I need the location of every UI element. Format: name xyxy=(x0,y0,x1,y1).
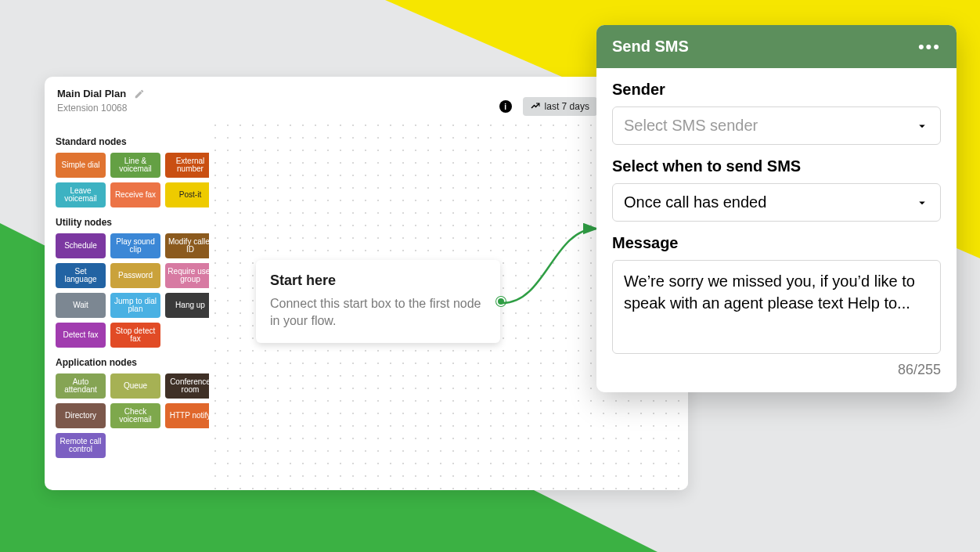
node-stop-detect-fax[interactable]: Stop detect fax xyxy=(110,323,160,348)
node-receive-fax[interactable]: Receive fax xyxy=(110,182,160,207)
node-remote-call-control[interactable]: Remote call control xyxy=(56,433,106,458)
section-utility: Utility nodes xyxy=(56,217,222,228)
node-simple-dial[interactable]: Simple dial xyxy=(56,153,106,178)
node-leave-voicemail[interactable]: Leave voicemail xyxy=(56,182,106,207)
section-application: Application nodes xyxy=(56,357,222,368)
node-post-it[interactable]: Post-it xyxy=(165,182,215,207)
node-set-language[interactable]: Set language xyxy=(56,263,106,288)
info-icon[interactable]: i xyxy=(499,100,512,113)
char-counter: 86/255 xyxy=(612,362,941,378)
node-queue[interactable]: Queue xyxy=(110,373,160,399)
sms-panel-title: Send SMS xyxy=(612,38,689,56)
trend-icon xyxy=(531,102,540,111)
node-conference-room[interactable]: Conference room xyxy=(165,373,215,399)
when-value: Once call has ended xyxy=(624,193,766,211)
sender-label: Sender xyxy=(612,81,941,99)
flow-editor: Main Dial Plan Extension 10068 i last 7 … xyxy=(45,77,688,490)
node-hang-up[interactable]: Hang up xyxy=(165,293,215,318)
node-directory[interactable]: Directory xyxy=(56,403,106,428)
start-node-subtitle: Connect this start box to the first node… xyxy=(270,295,486,330)
node-palette: Standard nodes Simple dial Line & voicem… xyxy=(56,127,222,458)
chevron-down-icon xyxy=(915,196,929,210)
message-label: Message xyxy=(612,234,941,252)
node-auto-attendant[interactable]: Auto attendant xyxy=(56,373,106,399)
send-sms-panel: Send SMS ••• Sender Select SMS sender Se… xyxy=(596,25,957,392)
start-node-title: Start here xyxy=(270,272,486,289)
plan-subtitle: Extension 10068 xyxy=(57,103,145,114)
node-line-voicemail[interactable]: Line & voicemail xyxy=(110,153,160,178)
section-standard: Standard nodes xyxy=(56,136,222,147)
node-detect-fax[interactable]: Detect fax xyxy=(56,323,106,348)
node-schedule[interactable]: Schedule xyxy=(56,233,106,258)
node-play-sound-clip[interactable]: Play sound clip xyxy=(110,233,160,258)
node-password[interactable]: Password xyxy=(110,263,160,288)
when-label: Select when to send SMS xyxy=(612,157,941,175)
plan-title: Main Dial Plan xyxy=(57,88,126,99)
node-jump-to-dial-plan[interactable]: Jump to dial plan xyxy=(110,293,160,318)
node-http-notify[interactable]: HTTP notify xyxy=(165,403,215,428)
edit-icon[interactable] xyxy=(134,88,145,99)
date-range-label: last 7 days xyxy=(545,101,589,112)
date-range-pill[interactable]: last 7 days xyxy=(523,97,597,116)
node-check-voicemail[interactable]: Check voicemail xyxy=(110,403,160,428)
sender-select[interactable]: Select SMS sender xyxy=(612,106,941,145)
node-external-number[interactable]: External number xyxy=(165,153,215,178)
chevron-down-icon xyxy=(915,119,929,133)
when-select[interactable]: Once call has ended xyxy=(612,183,941,222)
message-textarea[interactable]: We’re sorry we missed you, if you’d like… xyxy=(612,260,941,354)
start-node[interactable]: Start here Connect this start box to the… xyxy=(256,260,500,343)
node-modify-caller-id[interactable]: Modify caller ID xyxy=(165,233,215,258)
node-require-user-group[interactable]: Require user group xyxy=(165,263,215,288)
sender-placeholder: Select SMS sender xyxy=(624,117,758,135)
node-wait[interactable]: Wait xyxy=(56,293,106,318)
